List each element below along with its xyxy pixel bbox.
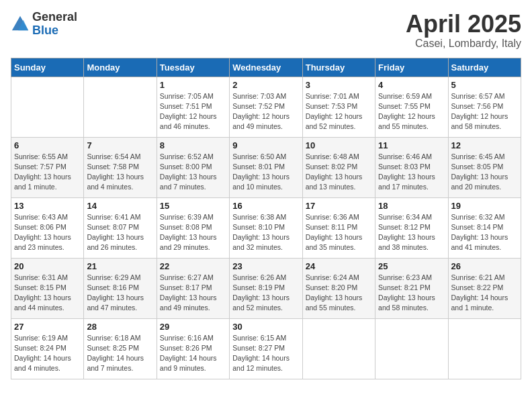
day-info: Sunrise: 6:24 AMSunset: 8:20 PMDaylight:…: [306, 273, 372, 314]
daylight-text: Daylight: 14 hours and 7 minutes.: [87, 354, 144, 372]
sunset-text: Sunset: 8:08 PM: [160, 223, 212, 231]
sunrise-text: Sunrise: 6:36 AM: [306, 213, 359, 221]
sunrise-text: Sunrise: 6:46 AM: [378, 152, 432, 161]
sunrise-text: Sunrise: 6:48 AM: [306, 152, 359, 161]
day-number: 25: [378, 261, 445, 271]
sunrise-text: Sunrise: 6:24 AM: [306, 273, 359, 281]
day-info: Sunrise: 6:39 AMSunset: 8:08 PMDaylight:…: [160, 212, 226, 253]
sunrise-text: Sunrise: 6:50 AM: [232, 152, 286, 161]
calendar-cell: 26Sunrise: 6:21 AMSunset: 8:22 PMDayligh…: [448, 258, 521, 318]
day-info: Sunrise: 6:26 AMSunset: 8:19 PMDaylight:…: [232, 273, 299, 314]
day-number: 23: [232, 261, 299, 271]
sunrise-text: Sunrise: 6:54 AM: [87, 152, 140, 161]
logo-general: General: [32, 10, 77, 24]
sunset-text: Sunset: 8:06 PM: [14, 223, 66, 231]
sunset-text: Sunset: 7:57 PM: [14, 163, 66, 171]
calendar-cell: 19Sunrise: 6:32 AMSunset: 8:14 PMDayligh…: [448, 197, 521, 258]
day-info: Sunrise: 6:27 AMSunset: 8:17 PMDaylight:…: [160, 273, 226, 314]
header-thursday: Thursday: [302, 58, 375, 77]
sunrise-text: Sunrise: 6:31 AM: [14, 273, 68, 281]
sunrise-text: Sunrise: 7:03 AM: [232, 92, 286, 100]
day-info: Sunrise: 6:57 AMSunset: 7:56 PMDaylight:…: [451, 91, 518, 132]
calendar-cell: 14Sunrise: 6:41 AMSunset: 8:07 PMDayligh…: [84, 197, 157, 258]
daylight-text: Daylight: 13 hours and 4 minutes.: [87, 173, 144, 191]
calendar-cell: 18Sunrise: 6:34 AMSunset: 8:12 PMDayligh…: [375, 197, 448, 258]
day-info: Sunrise: 6:21 AMSunset: 8:22 PMDaylight:…: [451, 273, 518, 314]
daylight-text: Daylight: 13 hours and 26 minutes.: [87, 233, 144, 251]
calendar-cell: 22Sunrise: 6:27 AMSunset: 8:17 PMDayligh…: [157, 258, 229, 318]
daylight-text: Daylight: 13 hours and 13 minutes.: [306, 173, 363, 191]
sunrise-text: Sunrise: 6:34 AM: [378, 213, 432, 221]
day-number: 13: [14, 201, 81, 211]
calendar-cell: 12Sunrise: 6:45 AMSunset: 8:05 PMDayligh…: [448, 137, 521, 197]
logo-text: General Blue: [32, 11, 77, 38]
day-number: 26: [451, 261, 518, 271]
day-info: Sunrise: 6:31 AMSunset: 8:15 PMDaylight:…: [14, 273, 81, 314]
day-number: 5: [451, 80, 518, 90]
sunset-text: Sunset: 7:56 PM: [451, 102, 504, 110]
sunset-text: Sunset: 8:02 PM: [306, 163, 358, 171]
header-wednesday: Wednesday: [230, 58, 302, 77]
day-number: 30: [232, 322, 299, 332]
calendar-cell: 24Sunrise: 6:24 AMSunset: 8:20 PMDayligh…: [302, 258, 375, 318]
sunset-text: Sunset: 8:10 PM: [232, 223, 285, 231]
sunset-text: Sunset: 8:16 PM: [87, 283, 139, 291]
sunrise-text: Sunrise: 6:26 AM: [232, 273, 286, 281]
day-info: Sunrise: 6:23 AMSunset: 8:21 PMDaylight:…: [378, 273, 445, 314]
sunset-text: Sunset: 8:11 PM: [306, 223, 358, 231]
daylight-text: Daylight: 13 hours and 32 minutes.: [232, 233, 290, 251]
day-number: 2: [232, 80, 299, 90]
sunrise-text: Sunrise: 7:05 AM: [160, 92, 214, 100]
sunrise-text: Sunrise: 6:55 AM: [14, 152, 68, 161]
header-tuesday: Tuesday: [157, 58, 229, 77]
day-info: Sunrise: 6:50 AMSunset: 8:01 PMDaylight:…: [232, 152, 299, 193]
day-number: 3: [306, 80, 372, 90]
calendar-week-4: 27Sunrise: 6:19 AMSunset: 8:24 PMDayligh…: [11, 318, 521, 379]
day-info: Sunrise: 6:16 AMSunset: 8:26 PMDaylight:…: [160, 333, 226, 374]
daylight-text: Daylight: 14 hours and 4 minutes.: [14, 354, 71, 372]
daylight-text: Daylight: 13 hours and 10 minutes.: [232, 173, 290, 191]
sunrise-text: Sunrise: 6:21 AM: [451, 273, 505, 281]
sunset-text: Sunset: 8:03 PM: [378, 163, 431, 171]
sunset-text: Sunset: 8:19 PM: [232, 283, 285, 291]
calendar-cell: 25Sunrise: 6:23 AMSunset: 8:21 PMDayligh…: [375, 258, 448, 318]
sunrise-text: Sunrise: 6:32 AM: [451, 213, 505, 221]
sunrise-text: Sunrise: 6:38 AM: [232, 213, 286, 221]
sunset-text: Sunset: 7:53 PM: [306, 102, 358, 110]
daylight-text: Daylight: 14 hours and 1 minute.: [451, 293, 508, 312]
calendar-cell: 13Sunrise: 6:43 AMSunset: 8:06 PMDayligh…: [11, 197, 84, 258]
day-number: 4: [378, 80, 445, 90]
calendar-cell: 30Sunrise: 6:15 AMSunset: 8:27 PMDayligh…: [230, 318, 302, 379]
day-info: Sunrise: 6:46 AMSunset: 8:03 PMDaylight:…: [378, 152, 445, 193]
daylight-text: Daylight: 12 hours and 52 minutes.: [306, 112, 363, 130]
day-number: 24: [306, 261, 372, 271]
calendar-cell: 9Sunrise: 6:50 AMSunset: 8:01 PMDaylight…: [230, 137, 302, 197]
calendar-cell: 4Sunrise: 6:59 AMSunset: 7:55 PMDaylight…: [375, 77, 448, 137]
sunrise-text: Sunrise: 6:59 AM: [378, 92, 432, 100]
daylight-text: Daylight: 13 hours and 38 minutes.: [378, 233, 435, 251]
calendar-cell: 3Sunrise: 7:01 AMSunset: 7:53 PMDaylight…: [302, 77, 375, 137]
sunset-text: Sunset: 8:01 PM: [232, 163, 285, 171]
sunset-text: Sunset: 8:20 PM: [306, 283, 358, 291]
logo-icon: [11, 15, 30, 34]
day-number: 1: [160, 80, 226, 90]
sunrise-text: Sunrise: 6:16 AM: [160, 334, 214, 342]
sunrise-text: Sunrise: 6:57 AM: [451, 92, 505, 100]
calendar-cell: 7Sunrise: 6:54 AMSunset: 7:58 PMDaylight…: [84, 137, 157, 197]
sunset-text: Sunset: 8:07 PM: [87, 223, 139, 231]
logo: General Blue: [11, 11, 77, 38]
calendar-cell: 29Sunrise: 6:16 AMSunset: 8:26 PMDayligh…: [157, 318, 229, 379]
sunset-text: Sunset: 8:17 PM: [160, 283, 212, 291]
daylight-text: Daylight: 13 hours and 35 minutes.: [306, 233, 363, 251]
day-info: Sunrise: 6:32 AMSunset: 8:14 PMDaylight:…: [451, 212, 518, 253]
calendar-body: 1Sunrise: 7:05 AMSunset: 7:51 PMDaylight…: [11, 77, 521, 379]
header-sunday: Sunday: [11, 58, 84, 77]
calendar-cell: 23Sunrise: 6:26 AMSunset: 8:19 PMDayligh…: [230, 258, 302, 318]
day-info: Sunrise: 6:54 AMSunset: 7:58 PMDaylight:…: [87, 152, 153, 193]
calendar-cell: 5Sunrise: 6:57 AMSunset: 7:56 PMDaylight…: [448, 77, 521, 137]
day-number: 21: [87, 261, 153, 271]
location: Casei, Lombardy, Italy: [406, 38, 521, 50]
day-info: Sunrise: 6:18 AMSunset: 8:25 PMDaylight:…: [87, 333, 153, 374]
daylight-text: Daylight: 13 hours and 20 minutes.: [451, 173, 508, 191]
calendar-cell: 28Sunrise: 6:18 AMSunset: 8:25 PMDayligh…: [84, 318, 157, 379]
